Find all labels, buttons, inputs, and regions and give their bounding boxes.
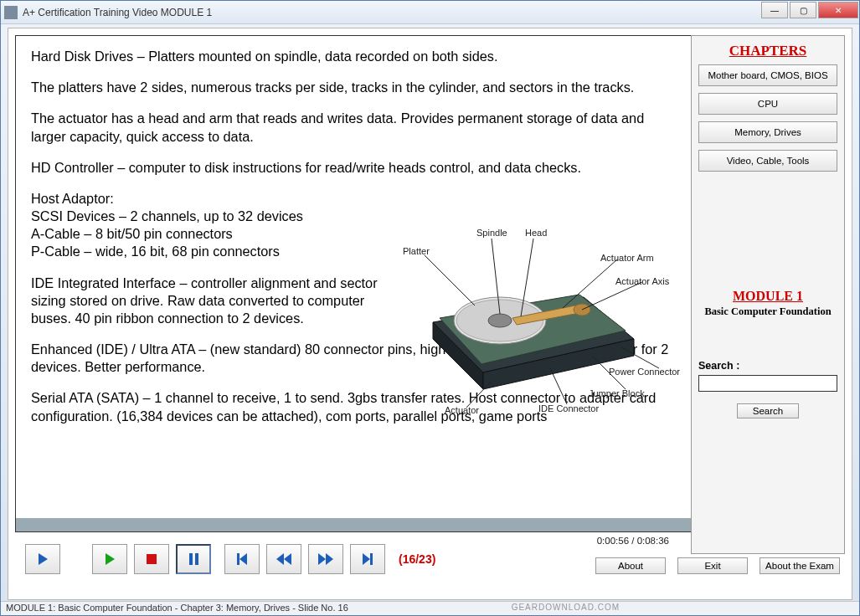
about-button[interactable]: About <box>595 557 666 574</box>
module-heading: MODULE 1 <box>698 289 837 304</box>
first-button[interactable] <box>224 544 260 574</box>
diagram-label-jumper-block: Jumper Block <box>589 388 645 399</box>
search-label: Search : <box>698 360 837 372</box>
status-text: MODULE 1: Basic Computer Foundation - Ch… <box>6 603 348 614</box>
last-icon <box>363 553 373 565</box>
diagram-label-power-connector: Power Connector <box>609 366 680 377</box>
svg-point-6 <box>488 314 512 327</box>
svg-line-16 <box>550 368 567 404</box>
slide-text: The actuator has a head and arm that rea… <box>31 110 676 145</box>
maximize-button[interactable]: ▢ <box>790 2 816 18</box>
app-icon <box>4 6 18 19</box>
main-area: Hard Disk Drives – Platters mounted on s… <box>15 35 692 554</box>
pause-icon <box>189 553 198 565</box>
slide-text: Host Adaptor: <box>31 190 391 208</box>
forward-button[interactable] <box>308 544 343 574</box>
play-button[interactable] <box>25 544 60 574</box>
slide-text: HD Controller – computer to disk instruc… <box>31 159 676 177</box>
diagram-label-ide-connector: IDE Connector <box>538 403 599 414</box>
window-controls: — ▢ ✕ <box>760 2 858 18</box>
chapters-heading: CHAPTERS <box>698 43 837 59</box>
diagram-label-head: Head <box>525 227 547 239</box>
first-icon <box>237 553 247 565</box>
slide-text: P-Cable – wide, 16 bit, 68 pin connector… <box>31 243 391 260</box>
window-title: A+ Certification Training Video MODULE 1 <box>23 7 212 18</box>
pause-button[interactable] <box>176 544 211 574</box>
chapter-btn-motherboard[interactable]: Mother board, CMOS, BIOS <box>698 64 837 86</box>
content-area: Hard Disk Drives – Platters mounted on s… <box>8 28 852 600</box>
slide: Hard Disk Drives – Platters mounted on s… <box>15 35 692 532</box>
app-window: A+ Certification Training Video MODULE 1… <box>0 0 860 616</box>
exit-button[interactable]: Exit <box>677 557 748 574</box>
rewind-button[interactable] <box>266 544 301 574</box>
module-subtitle: Basic Computer Foundation <box>698 305 837 318</box>
stop-icon <box>147 554 157 564</box>
titlebar: A+ Certification Training Video MODULE 1 <box>1 1 859 24</box>
sidebar: CHAPTERS Mother board, CMOS, BIOS CPU Me… <box>691 35 845 554</box>
slide-text: SCSI Devices – 2 channels, up to 32 devi… <box>31 208 391 225</box>
play-slide-icon <box>106 553 115 565</box>
slide-text: A-Cable – 8 bit/50 pin connectors <box>31 225 391 243</box>
svg-line-12 <box>563 259 617 308</box>
hdd-diagram: Platter Spindle Head Actuator Arm Actuat… <box>374 222 676 414</box>
slide-text: IDE Integrated Interface – controller al… <box>31 275 391 328</box>
diagram-label-actuator-axis: Actuator Axis <box>615 275 669 287</box>
about-exam-button[interactable]: About the Exam <box>760 557 840 574</box>
search-input[interactable] <box>698 375 837 392</box>
last-button[interactable] <box>350 544 385 574</box>
watermark: GEARDOWNLOAD.COM <box>512 603 620 614</box>
diagram-label-actuator-arm: Actuator Arm <box>600 252 654 264</box>
stop-button[interactable] <box>134 544 169 574</box>
play-icon <box>39 553 48 565</box>
time-display: 0:00:56 / 0:08:36 <box>597 536 669 546</box>
svg-line-9 <box>425 255 475 305</box>
statusbar: MODULE 1: Basic Computer Foundation - Ch… <box>1 601 859 615</box>
diagram-label-actuator: Actuator <box>445 404 479 416</box>
chapter-btn-video[interactable]: Video, Cable, Tools <box>698 150 837 172</box>
playback-controls: (16/23) <box>25 544 435 574</box>
close-button[interactable]: ✕ <box>818 2 858 18</box>
minimize-button[interactable]: — <box>761 2 788 18</box>
diagram-label-platter: Platter <box>403 245 430 257</box>
slide-text: Hard Disk Drives – Platters mounted on s… <box>31 48 676 65</box>
slide-counter: (16/23) <box>399 552 435 566</box>
chapter-btn-memory[interactable]: Memory, Drives <box>698 121 837 143</box>
forward-icon <box>318 553 333 565</box>
slide-footer-bar <box>16 518 691 531</box>
diagram-label-spindle: Spindle <box>476 227 507 239</box>
search-button[interactable]: Search <box>737 403 799 418</box>
play-slide-button[interactable] <box>92 544 127 574</box>
chapter-btn-cpu[interactable]: CPU <box>698 93 837 115</box>
slide-text: The platters have 2 sides, numerous trac… <box>31 79 676 96</box>
rewind-icon <box>276 553 291 565</box>
bottom-buttons: About Exit About the Exam <box>595 557 840 574</box>
